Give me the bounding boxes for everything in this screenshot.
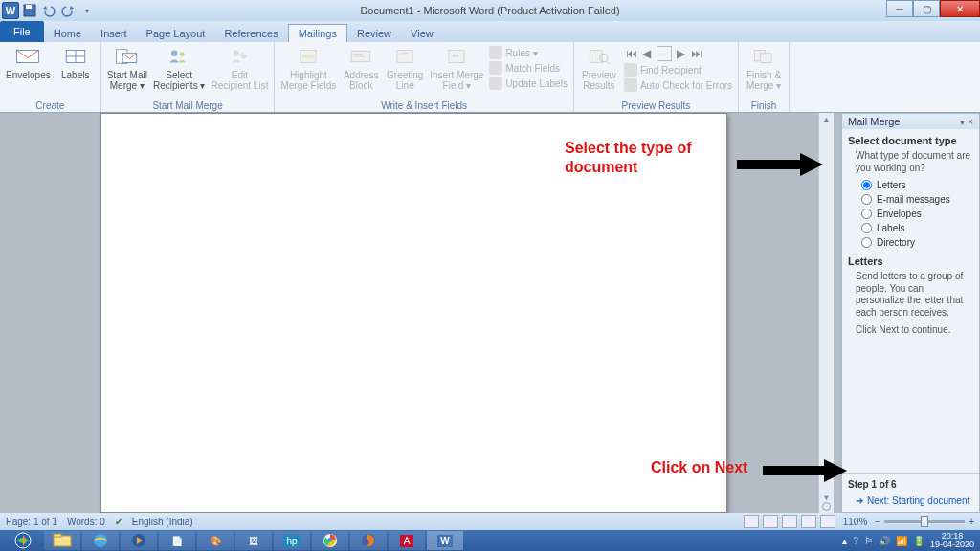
edit-recipient-label: Edit Recipient List xyxy=(211,70,268,91)
undo-icon[interactable] xyxy=(40,2,57,19)
radio-directory[interactable]: Directory xyxy=(861,237,973,248)
taskbar-photo-icon[interactable]: 🖼 xyxy=(235,531,272,550)
close-button[interactable]: ✕ xyxy=(940,0,980,17)
svg-point-9 xyxy=(180,52,185,56)
tab-home[interactable]: Home xyxy=(44,25,91,42)
start-mail-merge-button[interactable]: Start Mail Merge ▾ xyxy=(107,44,147,91)
save-icon[interactable] xyxy=(21,2,38,19)
radio-envelopes[interactable]: Envelopes xyxy=(861,209,973,219)
taskbar-paint-icon[interactable]: 🎨 xyxy=(197,531,234,550)
tray-expand-icon[interactable]: ▴ xyxy=(842,536,847,546)
pane-header: Mail Merge ▾ × xyxy=(842,114,979,129)
scroll-down-icon[interactable]: ▼ xyxy=(822,493,831,502)
minimize-button[interactable]: ─ xyxy=(886,0,913,17)
taskbar-ie-icon[interactable] xyxy=(82,531,119,550)
pane-title: Mail Merge xyxy=(848,116,900,127)
svg-rect-1 xyxy=(26,5,32,9)
ribbon-tabs: File Home Insert Page Layout References … xyxy=(0,21,980,42)
highlight-icon xyxy=(295,44,322,69)
tab-insert[interactable]: Insert xyxy=(91,25,137,42)
tray-network-icon[interactable]: 📶 xyxy=(896,536,907,546)
taskbar-acrobat-icon[interactable]: A xyxy=(389,531,425,550)
recipients-icon xyxy=(166,44,192,69)
tray-volume-icon[interactable]: 🔊 xyxy=(879,536,890,546)
browse-object-icon[interactable] xyxy=(822,502,831,511)
select-recipients-button[interactable]: Select Recipients ▾ xyxy=(153,44,205,91)
taskbar-chrome-icon[interactable] xyxy=(312,531,348,550)
scroll-up-icon[interactable]: ▲ xyxy=(822,115,831,124)
auto-check-button: Auto Check for Errors xyxy=(624,78,732,92)
radio-letters[interactable]: Letters xyxy=(861,180,973,190)
view-outline-button[interactable] xyxy=(801,515,816,528)
radio-envelopes-label: Envelopes xyxy=(877,209,922,219)
next-link-label: Next: Starting document xyxy=(867,496,969,506)
taskbar-firefox-icon[interactable] xyxy=(350,531,387,550)
taskbar-app1-icon[interactable]: 📄 xyxy=(159,531,195,550)
next-arrow-icon: ➔ xyxy=(856,496,863,506)
view-print-layout-button[interactable] xyxy=(744,515,759,528)
select-recipients-label: Select Recipients ▾ xyxy=(153,70,205,91)
tab-mailings[interactable]: Mailings xyxy=(288,24,347,42)
next-starting-document-link[interactable]: ➔Next: Starting document xyxy=(856,496,973,506)
zoom-slider[interactable] xyxy=(884,520,965,523)
nav-first-icon: ⏮ xyxy=(624,46,639,61)
zoom-out-button[interactable]: − xyxy=(875,517,880,527)
nav-prev-icon: ◀ xyxy=(639,46,655,61)
radio-email[interactable]: E-mail messages xyxy=(861,194,973,205)
status-language[interactable]: English (India) xyxy=(132,517,193,527)
tab-view[interactable]: View xyxy=(401,25,443,42)
doc-type-question: What type of document are you working on… xyxy=(856,150,973,174)
taskbar-explorer-icon[interactable] xyxy=(44,531,80,550)
find-recipient-button: Find Recipient xyxy=(624,63,702,77)
envelopes-button[interactable]: Envelopes xyxy=(6,44,51,80)
taskbar-hp-icon[interactable]: hp xyxy=(274,531,310,550)
tab-page-layout[interactable]: Page Layout xyxy=(137,25,215,42)
svg-rect-16 xyxy=(397,51,412,63)
insert-field-icon: «» xyxy=(443,44,470,69)
finish-label: Finish & Merge ▾ xyxy=(746,70,781,91)
record-nav: ⏮ ◀ ▶ ⏭ xyxy=(624,46,704,61)
rules-icon xyxy=(489,46,502,59)
svg-rect-28 xyxy=(54,536,71,546)
status-page[interactable]: Page: 1 of 1 xyxy=(6,517,57,527)
status-words[interactable]: Words: 0 xyxy=(67,517,105,527)
tab-file[interactable]: File xyxy=(0,21,44,42)
radio-labels[interactable]: Labels xyxy=(861,223,973,233)
letters-heading: Letters xyxy=(848,255,973,267)
labels-button[interactable]: Labels xyxy=(56,44,95,80)
tray-battery-icon[interactable]: 🔋 xyxy=(913,536,924,546)
taskbar-media-icon[interactable] xyxy=(121,531,157,550)
zoom-in-button[interactable]: + xyxy=(969,517,974,527)
address-icon xyxy=(347,44,374,69)
group-create: Envelopes Labels Create xyxy=(0,42,101,112)
tray-flag-icon[interactable]: ⚐ xyxy=(864,536,873,546)
view-web-button[interactable] xyxy=(782,515,797,528)
redo-icon[interactable] xyxy=(59,2,77,19)
taskbar-clock[interactable]: 20:18 19-04-2020 xyxy=(930,532,974,549)
view-full-screen-button[interactable] xyxy=(763,515,778,528)
status-proof-icon[interactable]: ✔ xyxy=(115,517,122,527)
tab-references[interactable]: References xyxy=(214,25,287,42)
start-mail-icon xyxy=(114,44,141,69)
qat-customize-icon[interactable]: ▾ xyxy=(78,2,96,19)
tab-review[interactable]: Review xyxy=(347,25,401,42)
word-logo-icon[interactable]: W xyxy=(2,2,19,19)
start-button[interactable] xyxy=(4,531,42,550)
pane-close-icon[interactable]: ▾ × xyxy=(960,117,973,127)
taskbar-word-icon[interactable]: W xyxy=(427,531,463,550)
view-draft-button[interactable] xyxy=(820,515,835,528)
insert-merge-field-button: «»Insert Merge Field ▾ xyxy=(430,44,483,91)
envelope-icon xyxy=(14,44,41,69)
annotation-arrow-2 xyxy=(763,459,847,482)
group-preview-results: Preview Results ⏮ ◀ ▶ ⏭ Find Recipient A… xyxy=(574,42,739,112)
tray-help-icon[interactable]: ? xyxy=(853,536,858,546)
zoom-level[interactable]: 110% xyxy=(843,517,868,527)
address-label: Address Block xyxy=(344,70,379,91)
find-icon xyxy=(624,63,637,77)
letters-description: Send letters to a group of people. You c… xyxy=(856,271,973,319)
finish-merge-button: Finish & Merge ▾ xyxy=(745,44,783,91)
envelopes-label: Envelopes xyxy=(6,70,51,80)
pane-footer: Step 1 of 6 ➔Next: Starting document xyxy=(842,473,979,512)
maximize-button[interactable]: ▢ xyxy=(913,0,940,17)
nav-next-icon: ▶ xyxy=(674,46,689,61)
